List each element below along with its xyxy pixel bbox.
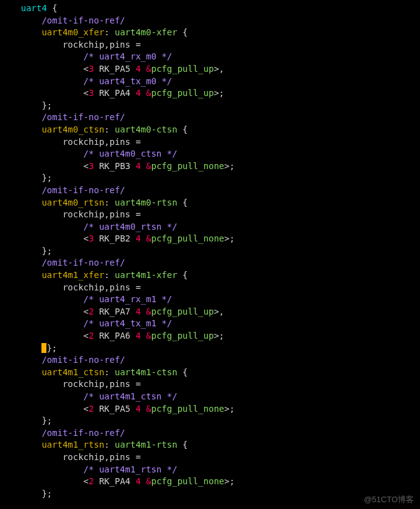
label: uart4m0_xfer <box>41 27 104 37</box>
omit-directive: /omit-if-no-ref/ <box>41 15 125 25</box>
node-ref: uart4m0-xfer <box>114 27 177 37</box>
code-block: uart4 { /omit-if-no-ref/ uart4m0_xfer: u… <box>0 0 420 500</box>
watermark: @51CTO博客 <box>364 494 414 505</box>
node-name: uart4 <box>21 3 47 13</box>
